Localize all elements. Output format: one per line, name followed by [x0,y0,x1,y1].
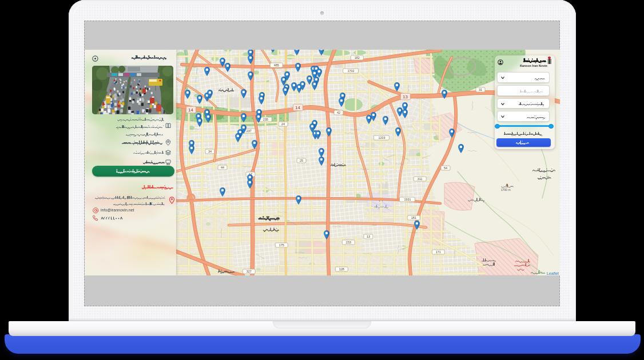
svg-text:25: 25 [300,159,303,162]
svg-text:14: 14 [188,107,193,113]
svg-text:1700 m: 1700 m [501,188,511,191]
svg-text:181: 181 [411,216,416,219]
svg-text:14: 14 [295,105,300,110]
svg-text:34: 34 [208,150,212,153]
svg-text:128: 128 [339,267,344,271]
svg-text:175: 175 [279,243,284,247]
svg-text:24: 24 [281,122,285,126]
svg-text:485: 485 [274,63,279,67]
svg-text:31: 31 [479,88,482,91]
svg-text:42: 42 [337,111,340,114]
svg-text:54: 54 [444,166,447,170]
svg-text:13: 13 [367,235,370,238]
svg-text:311: 311 [418,177,423,181]
svg-text:1931: 1931 [404,198,411,201]
svg-text:182: 182 [355,56,360,59]
svg-text:13: 13 [403,94,408,99]
svg-text:171: 171 [436,250,441,254]
svg-text:235: 235 [263,118,268,121]
svg-text:233: 233 [346,241,351,244]
svg-text:1702: 1702 [347,69,354,73]
svg-text:1203: 1203 [378,136,385,139]
svg-text:44: 44 [221,166,224,169]
svg-text:Leaflet: Leaflet [547,271,559,275]
svg-text:327: 327 [247,270,252,273]
svg-text:237: 237 [247,129,252,133]
